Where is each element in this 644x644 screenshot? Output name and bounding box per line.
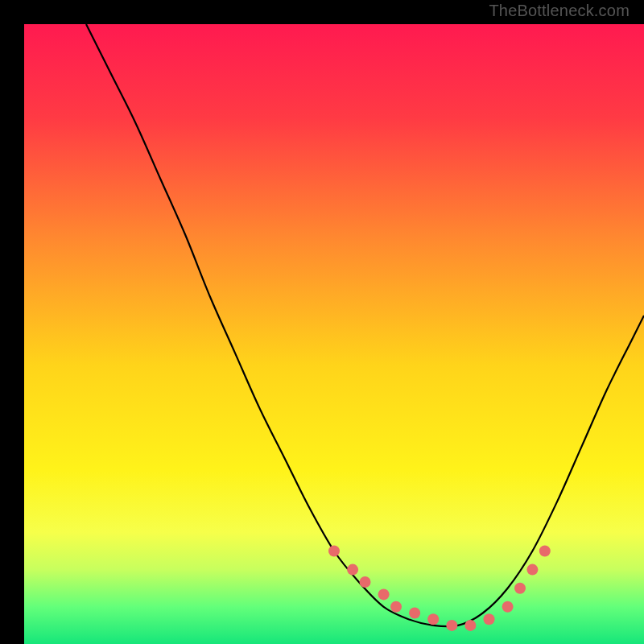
marker-dot (378, 588, 390, 600)
marker-dot (484, 613, 495, 625)
bottleneck-chart (24, 24, 644, 644)
marker-dot (409, 608, 420, 619)
marker-dot (360, 576, 371, 588)
marker-dot (390, 601, 402, 613)
marker-dot (464, 620, 476, 631)
marker-dot (502, 601, 514, 613)
marker-dot (328, 546, 340, 557)
chart-frame (12, 12, 632, 632)
marker-dot (427, 613, 439, 625)
marker-dot (446, 620, 457, 631)
watermark-text: TheBottleneck.com (489, 2, 630, 20)
marker-dot (347, 564, 358, 576)
marker-dot (514, 583, 526, 594)
marker-dot (526, 564, 538, 576)
marker-dot (539, 546, 551, 557)
